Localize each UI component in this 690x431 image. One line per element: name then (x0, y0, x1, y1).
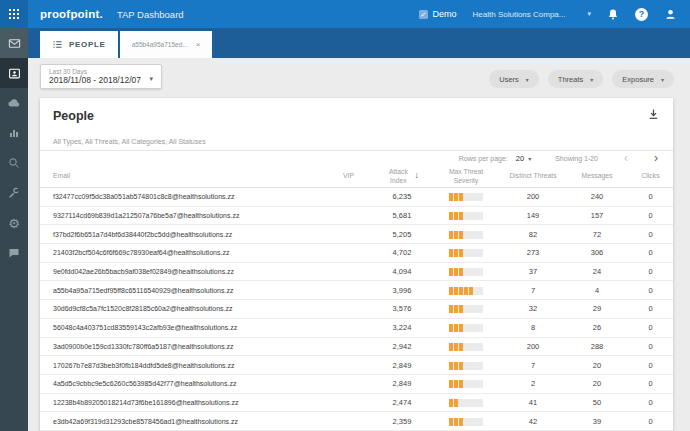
cell-email[interactable]: 4a5d5c9cbbc9e5c6260c563985d42f77@healths… (53, 380, 325, 387)
cell-distinct-threats: 37 (500, 267, 566, 276)
users-filter-button[interactable]: Users ▾ (489, 70, 539, 88)
column-header-vip[interactable]: VIP (325, 171, 372, 180)
table-row[interactable]: 3ad0900b0e159cd1330fc780ff6a5187@healths… (40, 338, 673, 357)
table-row[interactable]: 30d6d9cf8c5a7fc1520c8f28185c60a2@healths… (40, 300, 673, 319)
cell-email[interactable]: 21403f2bcf504c6f6f669c78930eaf64@healths… (53, 249, 325, 256)
cell-clicks: 0 (628, 379, 673, 388)
cell-messages: 157 (566, 211, 628, 220)
column-header-messages[interactable]: Messages (566, 171, 628, 180)
cell-max-threat-severity (432, 304, 500, 313)
bell-icon[interactable] (607, 8, 619, 21)
cell-attack-index: 4,094 (372, 267, 432, 276)
sidebar-item-settings[interactable]: ⚙ (0, 208, 28, 238)
cell-distinct-threats: 41 (500, 398, 566, 407)
cell-email[interactable]: 9327114cd69b839d1a212507a76be5a7@healths… (53, 212, 325, 219)
next-page-button[interactable]: › (654, 152, 658, 164)
cell-clicks: 0 (628, 361, 673, 370)
cell-distinct-threats: 200 (500, 342, 566, 351)
cell-attack-index: 4,702 (372, 248, 432, 257)
table-row[interactable]: 170267b7e87d3beb3f0fb184ddfd5de8@healths… (40, 356, 673, 375)
sidebar-item-people[interactable] (0, 58, 28, 88)
cell-distinct-threats: 273 (500, 248, 566, 257)
cell-messages: 4 (566, 286, 628, 295)
table-row[interactable]: 56048c4a403751cd83559143c2afb93e@healths… (40, 319, 673, 338)
cell-distinct-threats: 8 (500, 323, 566, 332)
cell-email[interactable]: 9e0fdd042ae26b5bacb9af038ef02849@healths… (53, 268, 325, 275)
table-row[interactable]: 9327114cd69b839d1a212507a76be5a7@healths… (40, 207, 673, 226)
cell-max-threat-severity (432, 323, 500, 332)
column-header-attack-index[interactable]: Attack Index ↓ (372, 167, 432, 185)
rows-per-page-select[interactable]: 20 ▾ (516, 154, 531, 163)
cell-clicks: 0 (628, 192, 673, 201)
tab-people[interactable]: PEOPLE (40, 31, 118, 58)
cell-email[interactable]: 12238b4b89205018214d73f6be161896@healths… (53, 399, 325, 406)
cell-clicks: 0 (628, 230, 673, 239)
demo-toggle[interactable]: ✓ Demo (419, 9, 457, 19)
user-icon[interactable] (664, 8, 677, 21)
cell-clicks: 0 (628, 286, 673, 295)
column-header-max-threat-severity[interactable]: Max Threat Severity (432, 167, 500, 185)
cell-email[interactable]: e3db42a69f319d31293cbe8578456ad1@healths… (53, 418, 325, 425)
demo-label: Demo (433, 9, 457, 19)
download-button[interactable] (647, 108, 660, 121)
table-row[interactable]: 9e0fdd042ae26b5bacb9af038ef02849@healths… (40, 263, 673, 282)
cell-attack-index: 5,205 (372, 230, 432, 239)
sidebar-item-mail[interactable] (0, 28, 28, 58)
cell-messages: 306 (566, 248, 628, 257)
page-title: People (53, 109, 94, 123)
cell-messages: 24 (566, 267, 628, 276)
severity-bar (449, 399, 483, 407)
sidebar: ⚙ (0, 28, 28, 431)
tab-person-detail[interactable]: a55b4a95a715ed... × (120, 31, 213, 58)
tab-person-detail-label: a55b4a95a715ed... (132, 41, 188, 48)
prev-page-button[interactable]: ‹ (624, 152, 628, 164)
table-row[interactable]: 12238b4b89205018214d73f6be161896@healths… (40, 394, 673, 413)
sidebar-item-feedback[interactable] (0, 238, 28, 268)
table-row[interactable]: f37bd2f6b651a7d4bf6d38440f2bc5dd@healths… (40, 225, 673, 244)
cell-attack-index: 2,942 (372, 342, 432, 351)
list-icon (52, 39, 63, 50)
cell-email[interactable]: a55b4a95a715edf95ff8c65116540929@healths… (53, 287, 325, 294)
table-row[interactable]: e3db42a69f319d31293cbe8578456ad1@healths… (40, 412, 673, 431)
cell-email[interactable]: 56048c4a403751cd83559143c2afb93e@healths… (53, 324, 325, 331)
search-icon (8, 157, 20, 169)
column-header-clicks[interactable]: Clicks (628, 171, 673, 180)
chevron-down-icon: ▾ (587, 10, 591, 18)
cell-attack-index: 3,576 (372, 304, 432, 313)
cell-email[interactable]: 3ad0900b0e159cd1330fc780ff6a5187@healths… (53, 343, 325, 350)
cell-email[interactable]: f32477cc09f5dc38a051ab574801c8c8@healths… (53, 193, 325, 200)
help-icon[interactable]: ? (635, 8, 648, 21)
cell-max-threat-severity (432, 267, 500, 276)
checkbox-checked-icon[interactable]: ✓ (419, 10, 428, 19)
table-row[interactable]: 21403f2bcf504c6f6f669c78930eaf64@healths… (40, 244, 673, 263)
sidebar-item-reports[interactable] (0, 118, 28, 148)
cell-email[interactable]: 30d6d9cf8c5a7fc1520c8f28185c60a2@healths… (53, 305, 325, 312)
cell-max-threat-severity (432, 342, 500, 351)
threats-filter-button[interactable]: Threats ▾ (548, 70, 603, 88)
cell-clicks: 0 (628, 417, 673, 426)
cell-clicks: 0 (628, 211, 673, 220)
sidebar-item-search[interactable] (0, 148, 28, 178)
org-selector[interactable]: Health Solutions Compa... ▾ (473, 10, 591, 19)
cell-distinct-threats: 32 (500, 304, 566, 313)
table-row[interactable]: 4a5d5c9cbbc9e5c6260c563985d42f77@healths… (40, 375, 673, 394)
close-icon[interactable]: × (196, 40, 201, 49)
cell-max-threat-severity (432, 398, 500, 407)
cell-max-threat-severity (432, 417, 500, 426)
cell-messages: 240 (566, 192, 628, 201)
column-header-distinct-threats[interactable]: Distinct Threats (500, 171, 566, 180)
cell-max-threat-severity (432, 248, 500, 257)
table-row[interactable]: f32477cc09f5dc38a051ab574801c8c8@healths… (40, 188, 673, 207)
cell-email[interactable]: f37bd2f6b651a7d4bf6d38440f2bc5dd@healths… (53, 231, 325, 238)
cell-email[interactable]: 170267b7e87d3beb3f0fb184ddfd5de8@healths… (53, 362, 325, 369)
sidebar-item-tools[interactable] (0, 178, 28, 208)
column-header-email[interactable]: Email (53, 171, 325, 180)
exposure-filter-button[interactable]: Exposure ▾ (612, 70, 674, 88)
date-range-picker[interactable]: Last 30 Days 2018/11/08 - 2018/12/07 ▾ (40, 64, 162, 89)
cell-clicks: 0 (628, 267, 673, 276)
severity-bar (449, 324, 483, 332)
table-row[interactable]: a55b4a95a715edf95ff8c65116540929@healths… (40, 281, 673, 300)
apps-grid-button[interactable] (0, 0, 28, 28)
chevron-down-icon: ▾ (149, 75, 153, 83)
sidebar-item-cloud[interactable] (0, 88, 28, 118)
